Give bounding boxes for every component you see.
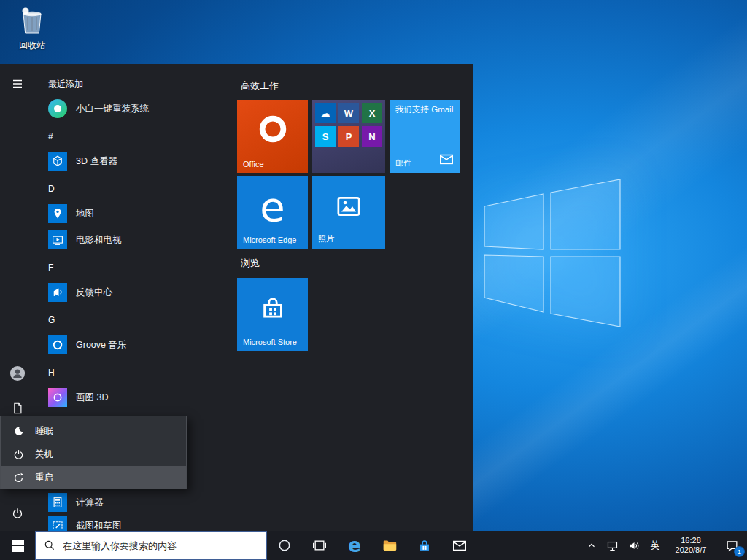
app-list-header[interactable]: H bbox=[48, 365, 209, 381]
cortana-button[interactable] bbox=[267, 531, 302, 560]
app-label: 计算器 bbox=[76, 497, 104, 509]
3d-viewer-icon bbox=[48, 152, 67, 171]
powerpoint-icon: P bbox=[338, 126, 359, 147]
power-flyout: 睡眠 关机 重启 bbox=[0, 416, 187, 489]
app-list-item[interactable]: 地图 bbox=[48, 202, 229, 225]
edge-icon: e bbox=[348, 534, 361, 556]
file-explorer-button[interactable] bbox=[372, 531, 407, 560]
ime-indicator[interactable]: 英 bbox=[645, 531, 665, 560]
task-view-icon bbox=[312, 538, 327, 553]
action-center-button[interactable]: 1 bbox=[716, 531, 747, 560]
tile-group-title: 高效工作 bbox=[241, 79, 279, 93]
tile-label: 照片 bbox=[318, 233, 334, 244]
tile-label: 邮件 bbox=[395, 158, 411, 168]
onedrive-icon: ☁ bbox=[315, 103, 336, 123]
recycle-bin-icon bbox=[19, 6, 45, 35]
app-list-item[interactable]: 反馈中心 bbox=[48, 281, 229, 304]
windows-logo bbox=[468, 174, 636, 341]
app-list-item[interactable]: 3D 查看器 bbox=[48, 149, 229, 173]
mail-taskbar-button[interactable] bbox=[442, 531, 477, 560]
paint-3d-icon bbox=[48, 388, 67, 407]
app-list-item[interactable]: 计算器 bbox=[48, 491, 229, 514]
time-text: 16:28 bbox=[681, 536, 701, 545]
app-label: 截图和草图 bbox=[76, 520, 122, 532]
excel-icon: X bbox=[362, 103, 382, 123]
app-list-item[interactable]: 小白一键重装系统 bbox=[48, 97, 229, 120]
power-option-label: 关机 bbox=[35, 448, 53, 461]
task-view-button[interactable] bbox=[302, 531, 337, 560]
app-list-item[interactable]: 电影和电视 bbox=[48, 228, 229, 252]
restart-icon bbox=[12, 472, 25, 484]
app-list-header[interactable]: D bbox=[48, 181, 209, 197]
word-icon: W bbox=[338, 103, 359, 123]
volume-button[interactable] bbox=[623, 531, 645, 560]
app-list-header: 最近添加 bbox=[48, 76, 209, 92]
desktop: 回收站 bbox=[0, 0, 747, 560]
recycle-bin-label: 回收站 bbox=[10, 39, 54, 52]
notification-badge: 1 bbox=[734, 546, 745, 557]
app-label: Groove 音乐 bbox=[76, 339, 126, 351]
power-option-shutdown[interactable]: 关机 bbox=[1, 443, 186, 466]
tile-office[interactable]: Office bbox=[237, 100, 308, 173]
skype-icon: S bbox=[315, 126, 336, 147]
snip-sketch-icon bbox=[48, 516, 67, 531]
app-list-header[interactable]: # bbox=[48, 128, 209, 144]
app-label: 画图 3D bbox=[76, 392, 108, 404]
mail-icon bbox=[452, 537, 468, 553]
date-text: 2020/8/7 bbox=[676, 545, 707, 555]
recycle-bin[interactable]: 回收站 bbox=[10, 6, 54, 52]
clock[interactable]: 16:28 2020/8/7 bbox=[665, 531, 716, 560]
tile-mail[interactable]: 我们支持 Gmail 邮件 bbox=[390, 100, 460, 173]
app-label: 3D 查看器 bbox=[76, 155, 117, 168]
search-input[interactable] bbox=[61, 540, 247, 552]
mail-icon bbox=[438, 151, 454, 167]
sleep-icon bbox=[12, 425, 25, 438]
tile-office-folder[interactable]: ☁ W X S P N bbox=[312, 100, 385, 173]
chevron-up-icon bbox=[587, 540, 597, 551]
windows-start-icon bbox=[12, 540, 24, 552]
tray-overflow-button[interactable] bbox=[582, 531, 601, 560]
edge-icon: e bbox=[260, 183, 285, 230]
tile-group-title: 浏览 bbox=[241, 257, 260, 270]
app-label: 小白一键重装系统 bbox=[76, 103, 149, 115]
app-list-item[interactable]: 截图和草图 bbox=[48, 514, 229, 531]
tile-label: Office bbox=[243, 160, 264, 168]
search-icon bbox=[44, 540, 55, 551]
mail-tile-caption: 我们支持 Gmail bbox=[395, 104, 453, 115]
taskbar-search[interactable] bbox=[35, 531, 267, 560]
groove-music-icon bbox=[48, 335, 67, 354]
tile-store[interactable]: Microsoft Store bbox=[237, 278, 308, 351]
feedback-hub-icon bbox=[48, 283, 67, 302]
tile-photos[interactable]: 照片 bbox=[312, 176, 385, 249]
app-list-header[interactable]: F bbox=[48, 260, 209, 276]
app-label: 地图 bbox=[76, 208, 94, 220]
store-icon bbox=[258, 292, 288, 322]
app-list-header[interactable]: G bbox=[48, 312, 209, 328]
file-explorer-icon bbox=[382, 537, 398, 553]
store-taskbar-button[interactable] bbox=[407, 531, 442, 560]
cortana-icon bbox=[277, 538, 292, 553]
power-option-restart[interactable]: 重启 bbox=[1, 466, 186, 489]
maps-icon bbox=[48, 204, 67, 223]
calculator-icon bbox=[48, 493, 67, 512]
speaker-icon bbox=[628, 540, 640, 552]
store-icon bbox=[417, 537, 433, 553]
power-option-label: 重启 bbox=[35, 472, 53, 484]
movies-tv-icon bbox=[48, 230, 67, 249]
start-button[interactable] bbox=[0, 531, 35, 560]
onenote-icon: N bbox=[362, 126, 382, 147]
office-icon bbox=[256, 112, 290, 146]
power-option-label: 睡眠 bbox=[35, 425, 53, 438]
app-list-item[interactable]: 画图 3D bbox=[48, 386, 229, 409]
network-button[interactable] bbox=[601, 531, 623, 560]
app-list-item[interactable]: Groove 音乐 bbox=[48, 333, 229, 357]
network-icon bbox=[606, 540, 619, 552]
power-option-sleep[interactable]: 睡眠 bbox=[1, 419, 186, 443]
app-label: 电影和电视 bbox=[76, 234, 122, 246]
system-tray: 英 16:28 2020/8/7 1 bbox=[582, 531, 747, 560]
edge-taskbar-button[interactable]: e bbox=[337, 531, 372, 560]
tile-label: Microsoft Store bbox=[243, 338, 297, 346]
tile-label: Microsoft Edge bbox=[243, 236, 296, 244]
office-folder-grid: ☁ W X S P N bbox=[315, 103, 382, 147]
tile-edge[interactable]: e Microsoft Edge bbox=[237, 176, 308, 249]
